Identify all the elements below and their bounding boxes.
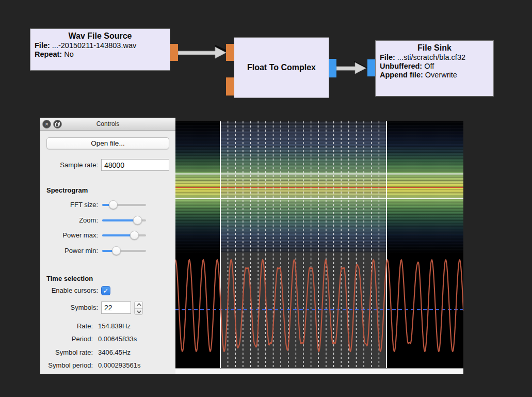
connection-arrow-2 [336, 61, 368, 76]
port-in2-float-to-complex[interactable] [226, 77, 234, 96]
enable-cursors-checkbox[interactable]: ✓ [101, 286, 110, 295]
slider-thumb[interactable] [133, 216, 142, 225]
port-in-file-sink[interactable] [367, 59, 375, 76]
fft-size-label: FFT size: [40, 200, 98, 210]
port-out-float-to-complex[interactable] [329, 59, 336, 77]
block-title: Wav File Source [30, 29, 170, 41]
enable-cursors-label: Enable cursors: [40, 286, 98, 295]
block-param: Append file: Overwrite [376, 70, 493, 79]
spectrogram-heading: Spectrogram [46, 186, 88, 194]
plot-area [175, 118, 463, 374]
slider-thumb[interactable] [112, 246, 121, 255]
symbols-input[interactable] [101, 301, 131, 314]
block-file-sink[interactable]: File Sink File: ...sti/scratch/bla.cf32 … [375, 40, 494, 97]
dock-titlebar[interactable]: × Controls [40, 118, 175, 131]
stepper-divider [135, 308, 142, 309]
desktop: { "flowgraph": { "blocks": [ { "title": … [0, 0, 532, 397]
power-max-slider[interactable] [102, 231, 146, 240]
open-file-button[interactable]: Open file... [46, 137, 169, 149]
period-value: 0.00645833s [98, 335, 137, 343]
block-param: File: ...sti/scratch/bla.cf32 [376, 53, 493, 61]
block-title: File Sink [376, 41, 493, 53]
power-min-slider[interactable] [102, 246, 146, 256]
sample-rate-input[interactable] [101, 159, 169, 171]
power-max-label: Power max: [40, 231, 98, 240]
block-param: Repeat: No [30, 50, 170, 58]
port-in1-float-to-complex[interactable] [226, 44, 234, 61]
power-min-label: Power min: [40, 246, 98, 256]
block-param: File: ...-20150211-143803.wav [30, 41, 170, 50]
stepper-up-icon[interactable] [137, 303, 141, 306]
waveform-trace [175, 252, 463, 368]
slider-thumb[interactable] [109, 200, 118, 209]
symbols-stepper[interactable] [134, 301, 143, 315]
block-wav-file-source[interactable]: Wav File Source File: ...-20150211-14380… [30, 28, 170, 71]
block-float-to-complex[interactable]: Float To Complex [234, 37, 329, 98]
slider-thumb[interactable] [130, 231, 139, 240]
rate-label: Rate: [40, 322, 93, 330]
port-out-wav-source[interactable] [170, 44, 178, 61]
inspectrum-window: × Controls Open file... Sample rate: Spe… [40, 118, 463, 374]
block-title: Float To Complex [234, 38, 329, 98]
period-label: Period: [40, 335, 93, 343]
shade [386, 121, 463, 166]
symbol-rate-value: 3406.45Hz [98, 348, 131, 356]
zoom-slider[interactable] [102, 216, 146, 225]
fft-size-slider[interactable] [102, 200, 146, 210]
symbol-rate-label: Symbol rate: [40, 348, 93, 356]
symbols-label: Symbols: [40, 301, 98, 314]
dock-title: Controls [40, 118, 175, 131]
checkmark-icon: ✓ [102, 287, 110, 295]
shade [175, 121, 220, 173]
shade [175, 203, 220, 252]
zoom-label: Zoom: [40, 216, 98, 225]
symbol-period-value: 0.000293561s [98, 361, 140, 369]
sample-rate-label: Sample rate: [40, 159, 98, 171]
connection-arrow-1 [178, 45, 228, 60]
controls-dock: × Controls Open file... Sample rate: Spe… [40, 118, 175, 374]
rate-value: 154.839Hz [98, 322, 131, 330]
horizontal-scrollbar[interactable] [175, 368, 463, 374]
block-param: Unbuffered: Off [376, 61, 493, 70]
symbol-period-label: Symbol period: [40, 361, 93, 369]
stepper-down-icon[interactable] [137, 310, 141, 313]
shade [386, 205, 463, 252]
time-selection-heading: Time selection [46, 275, 93, 282]
